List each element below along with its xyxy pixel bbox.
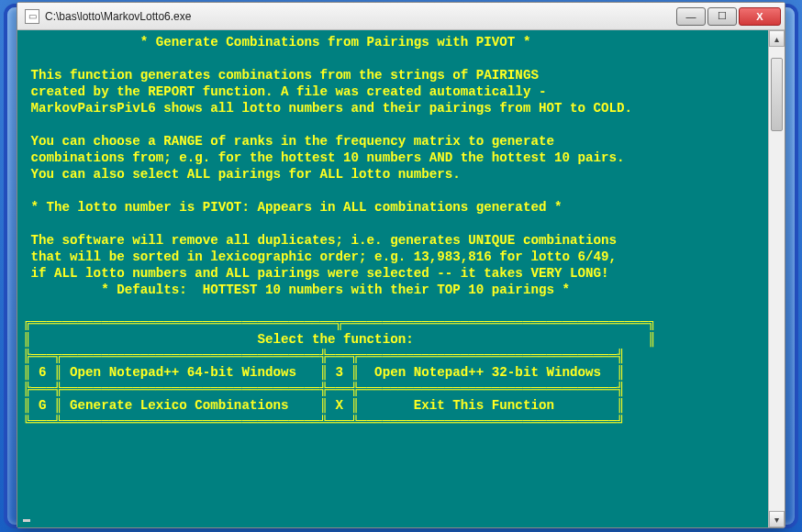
client-area: * Generate Combinations from Pairings wi… xyxy=(17,30,785,527)
console-output: * Generate Combinations from Pairings wi… xyxy=(17,30,768,527)
titlebar[interactable]: ▭ C:\bas\lotto\MarkovLotto6.exe — ☐ X xyxy=(17,3,785,30)
minimize-button[interactable]: — xyxy=(676,7,706,26)
scroll-up-button[interactable]: ▴ xyxy=(769,30,785,47)
text-cursor xyxy=(23,519,30,522)
window-title: C:\bas\lotto\MarkovLotto6.exe xyxy=(45,10,674,23)
app-window: ▭ C:\bas\lotto\MarkovLotto6.exe — ☐ X * … xyxy=(17,2,785,528)
app-icon: ▭ xyxy=(25,9,39,24)
scroll-thumb[interactable] xyxy=(771,58,783,131)
close-button[interactable]: X xyxy=(739,7,781,26)
maximize-button[interactable]: ☐ xyxy=(707,7,737,26)
scroll-down-button[interactable]: ▾ xyxy=(769,511,785,527)
vertical-scrollbar[interactable]: ▴ ▾ xyxy=(768,30,785,527)
window-buttons: — ☐ X xyxy=(674,7,781,26)
